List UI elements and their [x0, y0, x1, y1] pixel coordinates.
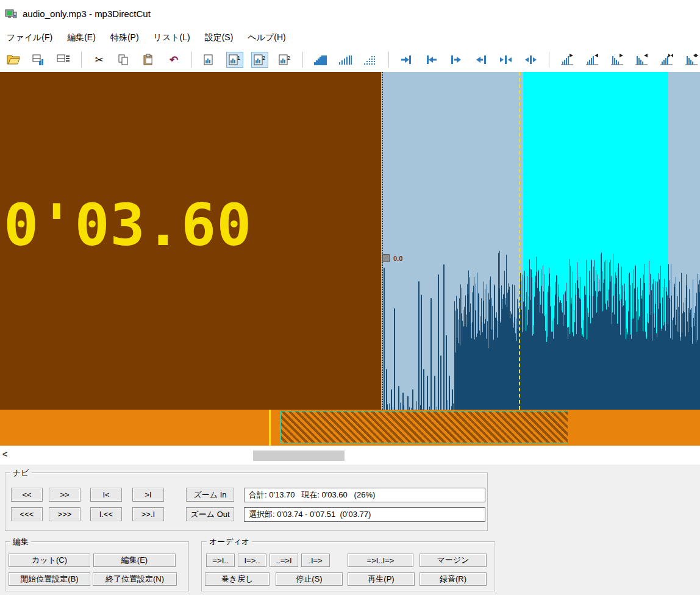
waveform-page-2-icon[interactable]: 1	[226, 52, 243, 68]
set-end-button[interactable]: 終了位置設定(N)	[93, 572, 177, 586]
undo-icon[interactable]: ↶	[165, 52, 182, 68]
zoom-in-button[interactable]: ズーム In	[186, 488, 234, 502]
margin-button[interactable]: マージン	[420, 554, 487, 567]
vu-meter-dots-icon[interactable]	[362, 52, 379, 68]
stop-button[interactable]: 停止(S)	[276, 572, 343, 586]
play-button[interactable]: 再生(P)	[348, 572, 415, 586]
scroll-left-arrow[interactable]: <	[2, 449, 7, 459]
selection-range-field: 選択部: 0'03.74 - 0'07.51 (0'03.77)	[244, 507, 485, 522]
waveform-page-1-icon[interactable]	[201, 52, 218, 68]
cue-to-end-button[interactable]: ..=>I	[270, 554, 298, 567]
app-window: audio_only.mp3 - mp3DirectCut ファイル(F) 編集…	[0, 0, 700, 595]
cue-to-start-button[interactable]: =>I..	[206, 554, 235, 567]
edit-group-label: 編集	[10, 536, 31, 547]
toolbar-separator	[388, 52, 389, 68]
menu-bar: ファイル(F) 編集(E) 特殊(P) リスト(L) 設定(S) ヘルプ(H)	[0, 27, 700, 48]
arrow-to-bar-left-icon[interactable]	[398, 52, 415, 68]
open-folder-icon[interactable]	[5, 52, 22, 68]
gain-level-label: 0.0	[393, 255, 402, 262]
fade-ramp-5-icon[interactable]	[658, 52, 675, 68]
scrollbar-row: <	[0, 446, 700, 465]
nav-forward-fast-button[interactable]: >>>	[49, 507, 80, 521]
timeline-overview[interactable]	[0, 410, 700, 446]
fade-ramp-3-icon[interactable]	[609, 52, 626, 68]
waveform-page-3-icon[interactable]: 2	[251, 52, 268, 68]
rewind-button[interactable]: 巻き戻し	[205, 572, 270, 586]
fade-ramp-4-icon[interactable]	[634, 52, 651, 68]
time-display: 0'03.60	[4, 191, 252, 258]
arrow-to-bar-right-icon[interactable]	[423, 52, 440, 68]
nav-forward-button[interactable]: >>	[49, 488, 80, 502]
menu-edit[interactable]: 編集(E)	[62, 30, 101, 46]
toolbar-separator	[191, 52, 192, 68]
toolbar: ✂↶122	[0, 48, 700, 72]
audio-group-label: オーディオ	[207, 536, 252, 547]
record-button[interactable]: 録音(R)	[420, 572, 487, 586]
toolbar-separator	[81, 52, 82, 68]
waveform-canvas[interactable]	[381, 72, 700, 410]
gain-marker[interactable]	[382, 254, 390, 262]
vu-meter-solid-icon[interactable]	[312, 52, 329, 68]
fade-ramp-6-icon[interactable]	[683, 52, 700, 68]
cut-icon[interactable]: ✂	[91, 52, 108, 68]
menu-help[interactable]: ヘルプ(H)	[242, 30, 291, 46]
vu-meter-bars-icon[interactable]	[337, 52, 354, 68]
nav-back-fast-button[interactable]: <<<	[11, 507, 43, 521]
copy-icon[interactable]	[116, 52, 133, 68]
arrows-diverge-bar-icon[interactable]	[523, 52, 540, 68]
total-position-field: 合計: 0'13.70 現在: 0'03.60 (26%)	[244, 488, 485, 502]
selection-start-line	[519, 72, 520, 410]
cue-both-button[interactable]: =>I..I=>	[348, 554, 413, 567]
svg-text:2: 2	[262, 55, 265, 61]
nav-back-button[interactable]: <<	[11, 488, 43, 502]
nav-prev-mark-button[interactable]: I<	[90, 488, 122, 502]
menu-file[interactable]: ファイル(F)	[1, 30, 58, 46]
timeline-selection[interactable]	[280, 411, 568, 443]
save-list-icon[interactable]	[55, 52, 72, 68]
bar-arrow-out-left-icon[interactable]	[448, 52, 465, 68]
zoom-out-button[interactable]: ズーム Out	[186, 507, 234, 521]
waveform-display[interactable]: 0'03.60 0.0 | 0'05	[0, 72, 700, 410]
window-title: audio_only.mp3 - mp3DirectCut	[23, 9, 151, 19]
toolbar-separator	[549, 52, 549, 68]
menu-list[interactable]: リスト(L)	[148, 30, 196, 46]
nav-sel-start-button[interactable]: I.<<	[90, 507, 122, 521]
play-cursor-line	[382, 72, 383, 410]
cut-button[interactable]: カット(C)	[9, 554, 90, 567]
nav-next-mark-button[interactable]: >I	[132, 488, 164, 502]
paste-icon[interactable]	[140, 52, 157, 68]
save-icon[interactable]	[30, 52, 47, 68]
toolbar-separator	[302, 52, 303, 68]
nav-group-label: ナビ	[10, 468, 32, 479]
waveform-page-4-icon[interactable]: 2	[276, 52, 293, 68]
title-bar: audio_only.mp3 - mp3DirectCut	[0, 0, 700, 27]
edit-button[interactable]: 編集(E)	[93, 554, 176, 567]
fade-ramp-2-icon[interactable]	[584, 52, 601, 68]
control-panel: ナビ << >> I< >I ズーム In <<< >>> I.<< >>.I …	[0, 465, 700, 595]
menu-settings[interactable]: 設定(S)	[199, 30, 239, 46]
nav-sel-end-button[interactable]: >>.I	[132, 507, 164, 521]
arrows-converge-bar-icon[interactable]	[498, 52, 515, 68]
timeline-cursor	[269, 410, 271, 446]
bar-arrow-out-right-icon[interactable]	[473, 52, 490, 68]
svg-text:2: 2	[287, 55, 290, 61]
scrollbar-thumb[interactable]	[253, 451, 345, 461]
app-icon	[5, 9, 17, 20]
menu-special[interactable]: 特殊(P)	[105, 30, 145, 46]
svg-text:1: 1	[237, 55, 240, 61]
cue-from-end-button[interactable]: .I=>	[301, 554, 330, 567]
set-start-button[interactable]: 開始位置設定(B)	[9, 572, 90, 586]
fade-ramp-1-icon[interactable]	[559, 52, 576, 68]
cue-from-start-button[interactable]: I=>..	[238, 554, 266, 567]
